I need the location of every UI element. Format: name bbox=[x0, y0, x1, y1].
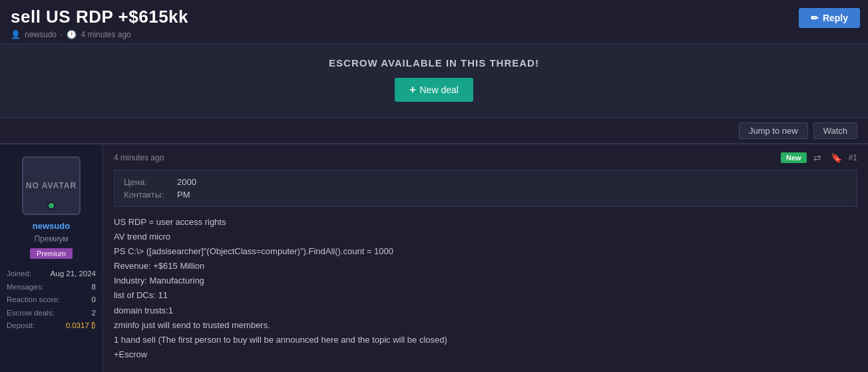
price-value: 2000 bbox=[177, 176, 206, 188]
plus-icon: + bbox=[409, 84, 415, 96]
meta-separator: · bbox=[61, 30, 63, 39]
username[interactable]: newsudo bbox=[33, 221, 70, 231]
page-header: sell US RDP +$615kk 👤 newsudo · 🕐 4 minu… bbox=[0, 0, 868, 44]
top-reply-button[interactable]: ✏ Reply bbox=[799, 8, 860, 28]
share-icon-button[interactable]: ⇄ bbox=[811, 151, 824, 164]
post-timestamp: 4 minutes ago bbox=[114, 153, 164, 162]
field-price: Цена: 2000 bbox=[124, 176, 206, 188]
escrow-title: ESCROW AVAILABLE IN THIS THREAD! bbox=[11, 57, 857, 69]
clock-icon: 🕐 bbox=[67, 30, 77, 39]
badge-new: New bbox=[781, 152, 807, 163]
stat-deposit: Deposit: 0.0317 ₿ bbox=[7, 319, 96, 333]
user-stats: Joined: Aug 21, 2024 Messages: 8 Reactio… bbox=[7, 268, 96, 333]
escrow-label: Escrow deals: bbox=[7, 307, 55, 320]
meta-time: 4 minutes ago bbox=[81, 30, 130, 39]
post-number: #1 bbox=[849, 153, 857, 162]
contacts-label: Контакты: bbox=[124, 188, 177, 201]
jump-to-new-button[interactable]: Jump to new bbox=[739, 122, 808, 139]
deposit-value: 0.0317 ₿ bbox=[66, 319, 96, 333]
field-contacts: Контакты: PM bbox=[124, 188, 206, 201]
post-body: US RDP = user access rights AV trend mic… bbox=[114, 215, 857, 362]
jump-to-new-label: Jump to new bbox=[749, 126, 798, 136]
messages-value: 8 bbox=[92, 281, 96, 294]
reaction-value: 0 bbox=[92, 293, 96, 307]
meta-user: newsudo bbox=[25, 30, 57, 39]
joined-value: Aug 21, 2024 bbox=[51, 268, 96, 281]
watch-label: Watch bbox=[823, 126, 847, 136]
watch-button[interactable]: Watch bbox=[813, 122, 857, 139]
stat-escrow: Escrow deals: 2 bbox=[7, 307, 96, 320]
post-header-row: 4 minutes ago New ⇄ 🔖 #1 bbox=[114, 151, 857, 164]
joined-label: Joined: bbox=[7, 268, 31, 281]
price-label: Цена: bbox=[124, 176, 177, 188]
user-icon: 👤 bbox=[11, 30, 21, 39]
post-fields: Цена: 2000 Контакты: PM bbox=[114, 170, 857, 207]
avatar: NO AVATAR bbox=[22, 156, 81, 215]
thread-meta: 👤 newsudo · 🕐 4 minutes ago bbox=[11, 30, 857, 39]
bookmark-icon-button[interactable]: 🔖 bbox=[828, 151, 845, 164]
post-container: NO AVATAR newsudo Премиум Premium Joined… bbox=[0, 144, 868, 372]
premium-badge: Premium bbox=[30, 248, 73, 259]
stat-messages: Messages: 8 bbox=[7, 281, 96, 294]
user-sidebar: NO AVATAR newsudo Премиум Premium Joined… bbox=[0, 144, 103, 372]
deposit-label: Deposit: bbox=[7, 319, 35, 333]
new-deal-button[interactable]: + New deal bbox=[395, 78, 473, 102]
avatar-text: NO AVATAR bbox=[26, 181, 77, 190]
top-reply-label: Reply bbox=[823, 13, 848, 23]
escrow-value: 2 bbox=[92, 307, 96, 320]
contacts-value: PM bbox=[177, 188, 206, 201]
new-deal-label: New deal bbox=[419, 85, 458, 95]
reaction-label: Reaction score: bbox=[7, 293, 60, 307]
stat-reaction: Reaction score: 0 bbox=[7, 293, 96, 307]
online-indicator bbox=[47, 202, 55, 210]
escrow-banner: ESCROW AVAILABLE IN THIS THREAD! + New d… bbox=[0, 44, 868, 118]
action-bar: Jump to new Watch bbox=[0, 118, 868, 144]
pencil-icon: ✏ bbox=[811, 13, 819, 23]
user-role: Премиум bbox=[34, 234, 68, 244]
stat-joined: Joined: Aug 21, 2024 bbox=[7, 268, 96, 281]
thread-title: sell US RDP +$615kk bbox=[11, 7, 857, 27]
post-content: 4 minutes ago New ⇄ 🔖 #1 Цена: 2000 Конт… bbox=[103, 144, 868, 372]
messages-label: Messages: bbox=[7, 281, 44, 294]
post-badges: New ⇄ 🔖 #1 bbox=[781, 151, 857, 164]
